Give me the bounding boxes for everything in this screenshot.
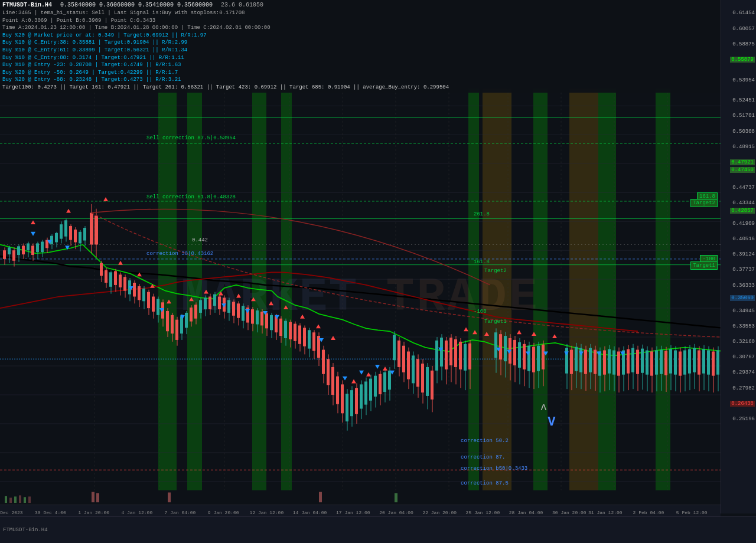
time-scale: 23 Dec 2023 30 Dec 4:00 1 Jan 20:00 4 Ja…	[0, 505, 721, 516]
svg-rect-315	[707, 351, 710, 375]
svg-rect-79	[109, 272, 112, 286]
svg-rect-235	[499, 334, 502, 359]
svg-rect-271	[603, 351, 606, 375]
svg-rect-237	[504, 336, 507, 361]
svg-rect-71	[90, 213, 93, 245]
price-0517: 0.51701	[732, 113, 755, 119]
sell-correction-875-label: Sell correction 87.5|0.53954	[146, 135, 236, 141]
svg-rect-129	[227, 300, 230, 313]
sell-arrow-11	[236, 294, 241, 298]
sell-arrow-14	[284, 305, 288, 309]
svg-rect-159	[298, 325, 301, 344]
svg-rect-219	[440, 338, 443, 367]
time-dec23: 23 Dec 2023	[0, 510, 23, 515]
price-0474: 0.47450	[730, 167, 755, 173]
svg-rect-155	[289, 322, 292, 339]
svg-rect-320	[0, 490, 721, 505]
level-2618-label: 261.8	[474, 211, 490, 217]
svg-rect-201	[397, 341, 400, 367]
time-jan17: 17 Jan 12:00	[336, 510, 370, 515]
svg-rect-117	[199, 300, 202, 313]
time-jan14: 14 Jan 04:00	[293, 510, 327, 515]
svg-rect-321	[5, 496, 7, 503]
level-100-label: -100	[474, 309, 487, 315]
sell-arrow-22	[472, 330, 477, 334]
svg-rect-243	[518, 342, 521, 368]
symbol-title: FTMUSDT-Bin.H4 0.35840000 0.36060000 0.3…	[2, 1, 718, 9]
svg-rect-307	[688, 349, 691, 374]
svg-rect-123	[213, 295, 216, 306]
svg-rect-309	[693, 348, 696, 372]
svg-rect-305	[683, 351, 686, 375]
price-0293: 0.29374	[732, 369, 755, 375]
price-0349: 0.34945	[732, 308, 755, 314]
buy-line-2: Buy %10 @ C_Entry:38: 0.35881 | Target:0…	[2, 39, 718, 47]
time-jan9: 9 Jan 20:00	[208, 510, 239, 515]
svg-rect-227	[459, 342, 462, 369]
svg-rect-165	[312, 332, 315, 351]
svg-rect-83	[119, 274, 122, 287]
time-dec30: 30 Dec 4:00	[35, 510, 66, 515]
sell-arrow-18	[351, 380, 356, 384]
svg-rect-303	[679, 352, 682, 376]
svg-rect-35	[3, 250, 6, 259]
svg-rect-257	[570, 350, 573, 374]
sell-arrow-19	[366, 372, 371, 377]
svg-rect-325	[24, 497, 26, 503]
level-0442-label: 0.442	[192, 238, 208, 244]
price-0539: 0.53954	[732, 77, 755, 83]
svg-rect-115	[194, 305, 197, 319]
svg-rect-45	[27, 243, 30, 250]
time-feb2: 2 Feb 04:00	[633, 510, 664, 515]
svg-rect-283	[631, 348, 634, 372]
buy-line-4: Buy %10 @ C_Entry:88: 0.3174 | Target:0.…	[2, 54, 718, 62]
svg-rect-77	[105, 270, 107, 283]
svg-rect-57	[55, 233, 58, 243]
svg-rect-199	[393, 335, 396, 360]
svg-rect-111	[185, 313, 188, 328]
chart-svg: .candle-bull { fill: #26a69a; stroke: #2…	[0, 89, 721, 505]
svg-rect-103	[166, 311, 169, 331]
svg-rect-231	[468, 344, 471, 369]
svg-rect-51	[41, 241, 44, 252]
svg-rect-97	[152, 297, 155, 312]
svg-rect-317	[712, 352, 715, 376]
svg-rect-69	[83, 228, 86, 241]
svg-rect-221	[445, 341, 448, 369]
svg-rect-223	[449, 338, 452, 365]
sell-arrow-24	[517, 330, 522, 334]
svg-rect-213	[426, 367, 429, 396]
price-0600: 0.60057	[732, 26, 755, 32]
buy-line-6: Buy %20 @ Entry -50: 0.2649 | Target:0.4…	[2, 69, 718, 77]
time-jan28: 28 Jan 04:00	[509, 510, 543, 515]
price-0363: 0.36333	[732, 283, 755, 289]
correction-b50-label: correction b50|0.3433	[461, 466, 527, 472]
svg-rect-319	[716, 351, 719, 375]
svg-rect-151	[279, 319, 282, 336]
svg-rect-133	[237, 303, 240, 318]
svg-rect-263	[584, 350, 587, 374]
svg-rect-139	[251, 309, 254, 323]
svg-rect-65	[74, 230, 77, 243]
svg-rect-247	[527, 346, 530, 371]
price-0433: 0.43344	[732, 200, 755, 206]
target1-label: Target1	[484, 319, 507, 325]
price-0447: 0.44737	[732, 185, 755, 191]
svg-rect-297	[664, 351, 667, 375]
time-jan7: 7 Jan 04:00	[165, 510, 196, 515]
svg-rect-75	[100, 263, 103, 276]
price-0503: 0.50308	[732, 129, 755, 135]
sell-arrow-16	[316, 325, 321, 329]
correction-38-label: correction 38|0.43162	[146, 251, 213, 257]
svg-rect-91	[138, 286, 141, 300]
bottom-info: FTMUSDT-Bin.H4	[3, 527, 48, 533]
svg-rect-161	[303, 328, 306, 346]
svg-rect-329	[168, 492, 171, 502]
svg-rect-195	[383, 372, 386, 392]
sell-arrow-3	[103, 197, 108, 201]
buy-line-5: Buy %10 @ Entry -23: 0.28708 | Target:0.…	[2, 61, 718, 69]
svg-rect-251	[537, 346, 540, 371]
svg-rect-225	[454, 339, 457, 367]
svg-rect-322	[9, 498, 12, 503]
time-feb5: 5 Feb 12:00	[676, 510, 708, 515]
